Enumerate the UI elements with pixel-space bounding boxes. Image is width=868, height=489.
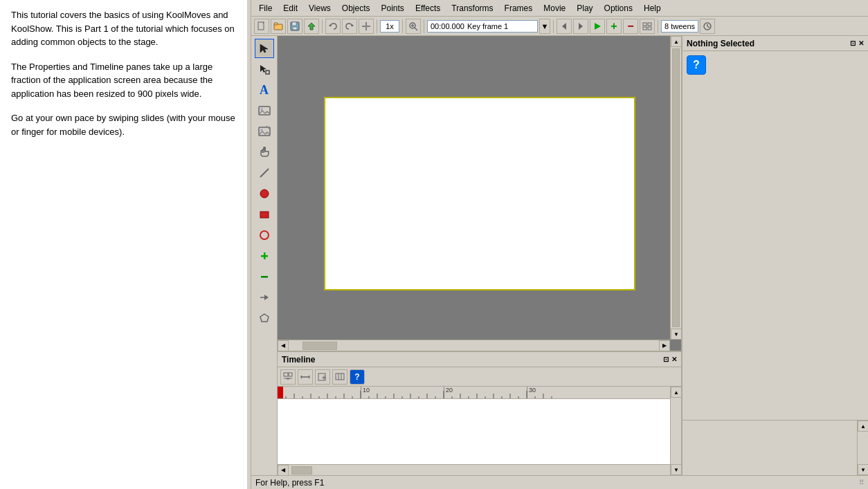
menu-transforms[interactable]: Transforms [446,1,498,15]
playhead[interactable] [278,387,283,399]
props-scroll-up[interactable]: ▲ [858,421,868,432]
svg-marker-14 [562,23,566,30]
tool-text[interactable]: A [255,80,274,100]
timecode-value: 00:00.000 [431,22,464,30]
properties-pin-icon[interactable]: ⊡ [850,39,856,47]
tl-add-frame-btn[interactable] [315,369,330,385]
timeline-toolbar: ? [278,367,681,387]
toolbar-export[interactable] [304,19,319,34]
tool-ellipse[interactable] [255,225,274,245]
scroll-up-btn[interactable]: ▲ [671,36,681,47]
svg-rect-26 [266,71,269,74]
tool-image2[interactable] [255,122,274,141]
timeline-close-icon[interactable]: ✕ [671,356,677,363]
toolbar-play[interactable] [590,19,605,34]
timeline-pin-icon[interactable]: ⊡ [663,356,669,363]
toolbar-undo[interactable] [325,19,341,34]
toolbar-zoom-in[interactable] [406,19,421,34]
toolbar-open[interactable] [271,19,286,34]
svg-line-23 [707,26,709,28]
tl-scroll-track-v [671,398,681,464]
properties-header-icons: ⊡ ✕ [850,39,864,47]
props-scroll-vertical[interactable]: ▲ ▼ [857,421,868,475]
tl-resize-btn[interactable] [298,369,313,385]
tool-circle[interactable] [255,184,274,203]
scroll-down-btn[interactable]: ▼ [671,329,681,340]
content-area: A [251,36,868,475]
toolbar-prev-frame[interactable] [557,19,572,34]
toolbar: 1x 00:00.000 Key frame 1 ▼ + − [251,17,868,36]
tool-image[interactable] [255,101,274,120]
svg-line-32 [260,169,269,177]
props-scroll-down[interactable]: ▼ [858,464,868,475]
menu-points[interactable]: Points [377,1,409,15]
tutorial-paragraph-2: The Properties and Timeline panes take u… [11,60,236,101]
scroll-thumb-vertical[interactable] [672,48,680,327]
toolbar-pan[interactable] [359,19,374,34]
properties-info-icon: ? [687,55,706,75]
tool-select-point[interactable] [255,59,274,79]
menu-edit[interactable]: Edit [278,1,302,15]
tl-storyboard-btn[interactable] [332,369,347,385]
menu-help[interactable]: Help [639,1,666,15]
menu-views[interactable]: Views [304,1,336,15]
toolbar-keyframe-dropdown[interactable]: ▼ [539,19,550,34]
timeline-scroll-horizontal[interactable]: ◀ [278,464,670,475]
menu-objects[interactable]: Objects [337,1,375,15]
toolbar-storyboard[interactable] [640,19,655,34]
scroll-right-btn[interactable]: ▶ [659,340,670,351]
tool-remove-point[interactable] [255,267,274,286]
scroll-left-btn[interactable]: ◀ [278,340,289,351]
toolbar-sep-3 [402,19,403,33]
properties-header: Nothing Selected ⊡ ✕ [682,36,868,51]
properties-panel: Nothing Selected ⊡ ✕ ? ▲ ▼ [681,36,868,475]
toolbar-clock[interactable] [700,19,715,34]
tl-expand-btn[interactable] [280,369,296,385]
toolbar-tweens: 8 tweens [661,20,698,33]
tool-hand[interactable] [255,142,274,162]
svg-rect-2 [274,23,278,25]
tl-scroll-up[interactable]: ▲ [671,387,681,398]
tool-push[interactable] [255,288,274,307]
toolbar-remove-keyframe[interactable]: − [623,19,638,34]
timeline-tracks: 10 20 30 ◀ [278,387,681,475]
svg-marker-47 [300,375,302,379]
toolbar-add-keyframe[interactable]: + [606,19,622,34]
toolbar-next-frame[interactable] [573,19,588,34]
timeline-header: Timeline ⊡ ✕ [278,352,681,367]
tool-rectangle[interactable] [255,205,274,224]
svg-point-35 [260,231,269,239]
scroll-thumb-horizontal[interactable] [302,342,337,350]
svg-rect-29 [259,127,270,136]
svg-rect-0 [258,22,264,30]
svg-rect-52 [336,373,344,380]
tool-select[interactable] [255,39,274,58]
toolbar-redo[interactable] [342,19,357,34]
tl-help-btn[interactable]: ? [350,369,365,385]
menu-play[interactable]: Play [572,1,597,15]
menu-effects[interactable]: Effects [410,1,445,15]
toolbar-save[interactable] [287,19,302,34]
properties-title: Nothing Selected [687,39,754,48]
properties-close-icon[interactable]: ✕ [858,39,864,47]
tl-scroll-thumb[interactable] [291,466,312,474]
svg-rect-17 [643,23,647,26]
tl-scroll-down[interactable]: ▼ [671,464,681,475]
tool-add-point[interactable] [255,246,274,266]
text-tool-icon: A [260,83,269,98]
menu-options[interactable]: Options [599,1,638,15]
menu-file[interactable]: File [254,1,277,15]
svg-rect-37 [264,252,266,259]
canvas-scrollbar-vertical[interactable]: ▲ ▼ [670,36,681,340]
tl-scroll-left[interactable]: ◀ [278,465,289,476]
toolbar-new[interactable] [254,19,269,34]
menubar: File Edit Views Objects Points Effects T… [251,0,868,17]
application-area: File Edit Views Objects Points Effects T… [251,0,868,489]
canvas-scrollbar-horizontal[interactable]: ◀ ▶ [278,340,670,351]
menu-movie[interactable]: Movie [539,1,570,15]
tool-polygon[interactable] [255,308,274,328]
menu-frames[interactable]: Frames [500,1,538,15]
tool-line[interactable] [255,163,274,183]
timeline-scroll-vertical[interactable]: ▲ ▼ [670,387,681,475]
timeline-header-controls: ⊡ ✕ [663,356,677,363]
